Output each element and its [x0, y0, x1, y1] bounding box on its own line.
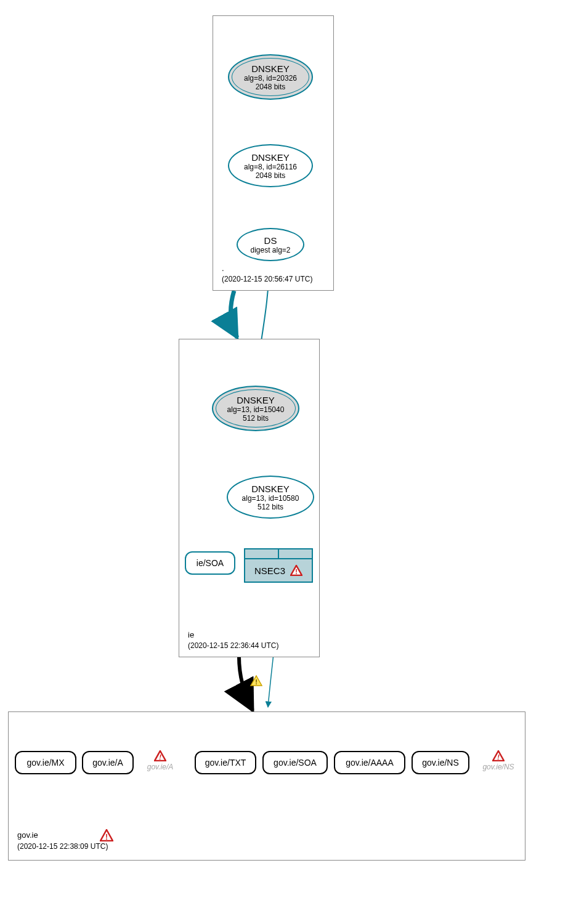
error-icon: ! [100, 829, 113, 841]
node-gov-txt-label: gov.ie/TXT [205, 758, 246, 768]
node-nsec3-label: NSEC3 [254, 565, 285, 576]
node-ie-soa[interactable]: ie/SOA [185, 551, 235, 575]
zone-gov-name: gov.ie [17, 830, 38, 841]
zone-root-name: . [222, 263, 312, 274]
node-root-zsk[interactable]: DNSKEY alg=8, id=26116 2048 bits [228, 144, 313, 187]
node-ie-ksk-title: DNSKEY [237, 395, 275, 405]
svg-text:!: ! [295, 568, 298, 575]
svg-text:!: ! [255, 678, 258, 686]
node-root-zsk-title: DNSKEY [251, 152, 290, 163]
node-gov-mx[interactable]: gov.ie/MX [15, 751, 76, 774]
node-gov-ns[interactable]: gov.ie/NS [412, 751, 469, 774]
node-ie-soa-label: ie/SOA [197, 558, 224, 568]
error-icon: ! [492, 750, 505, 761]
node-gov-a[interactable]: gov.ie/A [82, 751, 134, 774]
zone-ie-timestamp: (2020-12-15 22:36:44 UTC) [188, 641, 278, 650]
zone-gov: gov.ie ! (2020-12-15 22:38:09 UTC) [8, 711, 525, 861]
node-root-zsk-sub2: 2048 bits [256, 171, 286, 180]
zone-ie-name: ie [188, 630, 278, 641]
error-icon: ! [154, 750, 166, 761]
node-ie-ksk-sub1: alg=13, id=15040 [227, 405, 285, 414]
node-ie-zsk-sub1: alg=13, id=10580 [242, 494, 299, 503]
zone-root-timestamp: (2020-12-15 20:56:47 UTC) [222, 274, 312, 284]
node-nsec3[interactable]: NSEC3 ! [244, 548, 313, 583]
zone-gov-label: gov.ie ! (2020-12-15 22:38:09 UTC) [17, 829, 113, 851]
node-gov-ns-label: gov.ie/NS [422, 758, 459, 768]
svg-text:!: ! [159, 753, 161, 761]
node-ie-ksk[interactable]: DNSKEY alg=13, id=15040 512 bits [212, 386, 299, 431]
node-gov-a-label: gov.ie/A [92, 758, 123, 768]
node-gov-aaaa-label: gov.ie/AAAA [346, 758, 394, 768]
svg-text:!: ! [497, 753, 500, 761]
error-icon: ! [290, 565, 302, 576]
node-root-ds-sub1: digest alg=2 [250, 246, 290, 254]
zone-root-label: . (2020-12-15 20:56:47 UTC) [222, 263, 312, 284]
svg-text:!: ! [105, 832, 108, 841]
node-gov-soa[interactable]: gov.ie/SOA [262, 751, 328, 774]
node-ie-zsk-title: DNSKEY [251, 484, 290, 494]
node-root-ksk-sub2: 2048 bits [256, 83, 286, 91]
node-gov-mx-label: gov.ie/MX [26, 758, 64, 768]
node-gov-a-error-label: gov.ie/A [147, 763, 173, 771]
node-root-ds-title: DS [264, 235, 277, 246]
node-root-ksk-title: DNSKEY [251, 63, 290, 74]
node-gov-aaaa[interactable]: gov.ie/AAAA [334, 751, 405, 774]
node-root-zsk-sub1: alg=8, id=26116 [244, 163, 297, 171]
zone-gov-timestamp: (2020-12-15 22:38:09 UTC) [17, 841, 113, 851]
node-ie-zsk[interactable]: DNSKEY alg=13, id=10580 512 bits [227, 476, 314, 519]
node-gov-soa-label: gov.ie/SOA [274, 758, 317, 768]
node-ie-zsk-sub2: 512 bits [258, 503, 283, 511]
node-gov-ns-error[interactable]: ! gov.ie/NS [479, 750, 517, 771]
node-root-ksk-sub1: alg=8, id=20326 [244, 74, 297, 83]
node-gov-ns-error-label: gov.ie/NS [482, 763, 514, 771]
node-ie-ksk-sub2: 512 bits [243, 414, 269, 423]
node-gov-txt[interactable]: gov.ie/TXT [195, 751, 256, 774]
node-gov-a-error[interactable]: ! gov.ie/A [143, 750, 177, 771]
node-root-ds[interactable]: DS digest alg=2 [237, 228, 304, 261]
node-root-ksk[interactable]: DNSKEY alg=8, id=20326 2048 bits [228, 54, 313, 100]
zone-ie-label: ie (2020-12-15 22:36:44 UTC) [188, 630, 278, 650]
